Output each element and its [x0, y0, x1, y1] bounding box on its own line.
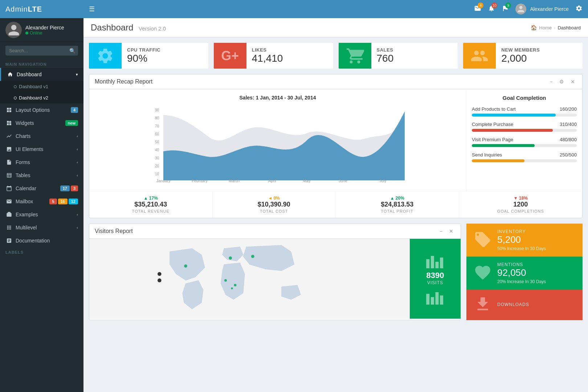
sidebar-item-label-examples: Examples — [16, 212, 38, 217]
search-input[interactable] — [5, 46, 78, 56]
svg-text:60: 60 — [155, 132, 159, 136]
flag-nav-icon[interactable]: 9 — [502, 5, 509, 13]
sidebar-item-documentation[interactable]: Documentation — [0, 234, 83, 247]
sidebar-item-label-multilevel: Multilevel — [16, 225, 37, 230]
sidebar-item-examples[interactable]: Examples ‹ — [0, 208, 83, 221]
multilevel-icon — [5, 225, 13, 230]
profit-trend: ▲ 20% — [343, 196, 452, 201]
sales-icon-area — [339, 43, 371, 69]
goal-item-3: Send Inquiries 250/500 — [472, 152, 577, 162]
inventory-label: INVENTORY — [497, 229, 546, 234]
mail-nav-icon[interactable]: 4 — [474, 5, 481, 13]
stat-box-sales[interactable]: SALES 760 — [339, 43, 458, 69]
sidebar-item-mailbox[interactable]: Mailbox 5 16 12 — [0, 195, 83, 208]
goal-item-2: Visit Premium Page 480/800 — [472, 137, 577, 147]
sidebar-item-layout[interactable]: Layout Options 4 — [0, 103, 83, 117]
stat-box-members[interactable]: NEW MEMBERS 2,000 — [463, 43, 583, 69]
svg-rect-24 — [426, 259, 429, 268]
world-map-area — [89, 239, 410, 319]
settings-icon-wrap[interactable] — [575, 5, 583, 13]
stat-cell-profit: ▲ 20% $24,813.53 TOTAL PROFIT — [336, 191, 459, 218]
examples-icon — [5, 212, 13, 217]
notification-nav-icon[interactable]: 10 — [488, 5, 495, 13]
sidebar-subitem-dashboard-v2[interactable]: Dashboard v2 — [0, 92, 83, 103]
svg-point-23 — [158, 278, 162, 282]
monthly-report-header: Monthly Recap Report − ⚙ ✕ — [89, 74, 582, 89]
sidebar-item-label-dashboard: Dashboard — [17, 72, 42, 77]
main-content: Dashboard Version 2.0 🏠 Home › Dashboard — [83, 18, 588, 392]
cpu-label: CPU TRAFFIC — [127, 47, 203, 53]
widget-inventory[interactable]: INVENTORY 5,200 50% Increase In 30 Days — [466, 224, 583, 257]
visitors-report-header: Visitors Report − ✕ — [89, 224, 461, 239]
minimize-button[interactable]: − — [548, 78, 555, 85]
goal-progress-2 — [472, 144, 577, 147]
content-header: Dashboard Version 2.0 🏠 Home › Dashboard — [83, 18, 588, 37]
sidebar-item-forms[interactable]: Forms ‹ — [0, 156, 83, 169]
goal-fill-0 — [472, 114, 556, 117]
members-icon-area — [463, 43, 496, 69]
close-button[interactable]: ✕ — [569, 78, 577, 85]
chart-title: Sales: 1 Jan, 2014 - 30 Jul, 2014 — [95, 95, 461, 101]
visitors-body: 8390 VISITS — [89, 239, 461, 319]
layout: Alexander Pierce Online 🔍 MAIN NAVIGATIO… — [0, 18, 588, 392]
stat-box-likes[interactable]: G+ LIKES 41,410 — [214, 43, 333, 69]
goal-completion-area: Goal Completion Add Products to Cart 160… — [466, 89, 582, 191]
svg-rect-27 — [440, 257, 443, 268]
sidebar-item-dashboard[interactable]: Dashboard ▾ — [0, 68, 83, 81]
download-icon — [474, 295, 492, 313]
svg-text:80: 80 — [155, 116, 159, 120]
sidebar-user-info: Alexander Pierce Online — [25, 25, 64, 36]
goal-item-0: Add Products to Cart 160/200 — [472, 106, 577, 117]
user-menu[interactable]: Alexander Pierce — [515, 4, 569, 15]
ui-arrow: ‹ — [77, 147, 78, 151]
sidebar-item-label-docs: Documentation — [16, 238, 50, 244]
widget-mentions[interactable]: MENTIONS 92,050 20% Increase In 30 Days — [466, 257, 583, 290]
sidebar-search-box: 🔍 — [0, 42, 83, 59]
stat-box-cpu[interactable]: CPU TRAFFIC 90% — [89, 43, 208, 69]
calendar-badge-1: 17 — [60, 185, 70, 191]
svg-text:January: January — [156, 179, 171, 183]
breadcrumb-home[interactable]: Home — [539, 25, 552, 30]
sidebar-item-label-mailbox: Mailbox — [16, 199, 33, 204]
sidebar-item-calendar[interactable]: Calendar 17 3 — [0, 182, 83, 195]
cpu-value: 90% — [127, 53, 203, 64]
world-map-svg — [89, 239, 410, 319]
brand-logo[interactable]: AdminLTE — [5, 5, 89, 13]
unique-bar-icon — [425, 289, 445, 305]
breadcrumb-sep: › — [554, 25, 555, 30]
svg-text:90: 90 — [155, 108, 159, 112]
svg-point-19 — [224, 279, 227, 282]
sales-value: 760 — [377, 53, 453, 64]
svg-rect-26 — [435, 262, 438, 268]
cost-trend: ◄ 0% — [220, 196, 328, 201]
svg-text:June: June — [339, 179, 347, 183]
sidebar-item-label-layout: Layout Options — [16, 107, 50, 113]
cart-icon — [346, 47, 364, 65]
sidebar-subitem-dashboard-v1[interactable]: Dashboard v1 — [0, 81, 83, 92]
svg-text:50: 50 — [155, 140, 159, 144]
top-navbar: AdminLTE ☰ 4 10 9 Alexander Pierce — [0, 0, 588, 18]
visitors-close-button[interactable]: ✕ — [447, 228, 455, 235]
svg-text:July: July — [379, 179, 387, 183]
svg-point-18 — [251, 255, 254, 258]
widget-downloads[interactable]: DOWNLOADS — [466, 290, 583, 320]
notification-badge: 10 — [491, 3, 497, 8]
hamburger-menu[interactable]: ☰ — [89, 5, 95, 13]
stat-cell-cost: ◄ 0% $10,390.90 TOTAL COST — [213, 191, 336, 218]
brand-name: AdminLTE — [5, 5, 42, 13]
search-button[interactable]: 🔍 — [69, 48, 75, 54]
sidebar-item-widgets[interactable]: Widgets new — [0, 117, 83, 130]
sidebar-item-tables[interactable]: Tables ‹ — [0, 169, 83, 182]
visitors-minimize-button[interactable]: − — [438, 228, 444, 235]
sidebar-item-multilevel[interactable]: Multilevel ‹ — [0, 221, 83, 234]
calendar-badges: 17 3 — [60, 185, 78, 191]
configure-button[interactable]: ⚙ — [558, 78, 566, 85]
gear-icon — [575, 5, 583, 12]
sidebar-avatar — [5, 22, 22, 38]
sales-chart: 90 80 70 60 50 40 30 20 10 — [95, 104, 461, 184]
charts-arrow: ‹ — [77, 134, 78, 138]
revenue-trend: ▲ 17% — [97, 196, 205, 201]
sidebar-item-ui[interactable]: UI Elements ‹ — [0, 143, 83, 156]
sidebar-item-charts[interactable]: Charts ‹ — [0, 130, 83, 143]
tables-icon — [5, 172, 13, 178]
